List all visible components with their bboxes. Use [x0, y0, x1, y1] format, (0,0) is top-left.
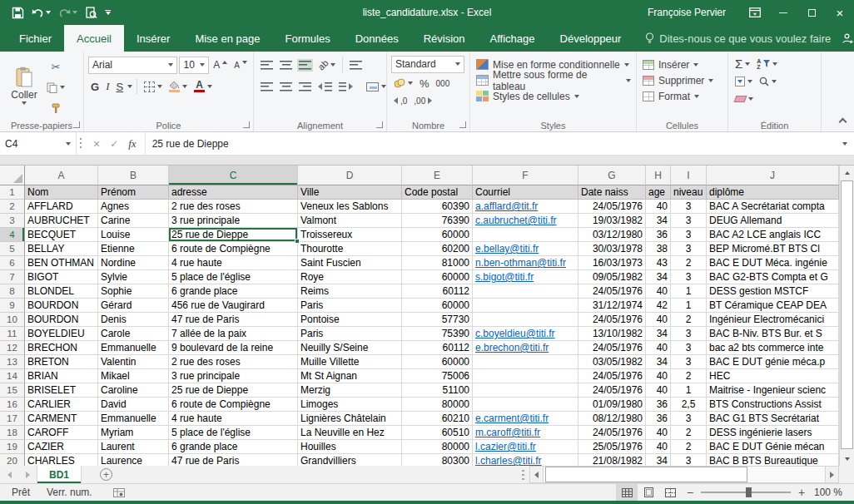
cell-E18[interactable]: 60510 — [402, 426, 473, 440]
row-header-2[interactable]: 2 — [0, 200, 25, 214]
orientation-icon[interactable]: ab — [315, 56, 338, 74]
cell-B18[interactable]: Myriam — [98, 426, 169, 440]
cell-B9[interactable]: Gérard — [98, 299, 169, 313]
next-sheet-icon[interactable] — [18, 466, 37, 483]
merge-center-icon[interactable] — [364, 77, 389, 96]
cell-A20[interactable]: CHARLES — [25, 454, 98, 466]
cell-J14[interactable]: HEC — [707, 369, 839, 383]
cell-D9[interactable]: Paris — [298, 299, 402, 313]
cell-D7[interactable]: Roye — [298, 270, 402, 284]
cell-J13[interactable]: BAC E DUT génie méca.p — [707, 355, 839, 369]
formula-input[interactable]: 25 rue de Dieppe — [146, 132, 836, 155]
zoom-slider[interactable] — [701, 492, 791, 493]
cell-C9[interactable]: 456 rue de Vaugirard — [169, 299, 298, 313]
cell-E2[interactable]: 60390 — [402, 200, 473, 214]
cell-H3[interactable]: 34 — [646, 214, 671, 228]
fill-down-icon[interactable] — [732, 72, 755, 91]
italic-button[interactable]: I — [103, 77, 112, 96]
row-header-1[interactable]: 1 — [0, 185, 25, 200]
cell-I20[interactable]: 3 — [671, 454, 707, 466]
maximize-button[interactable] — [797, 0, 826, 25]
cell-I1[interactable]: niveau — [671, 185, 707, 200]
column-header-F[interactable]: F — [473, 166, 578, 185]
borders-icon[interactable] — [142, 77, 165, 96]
cell-I13[interactable]: 3 — [671, 355, 707, 369]
cell-J19[interactable]: BAC E DUT Génie mécan — [707, 440, 839, 454]
page-layout-view-icon[interactable] — [638, 484, 659, 501]
cell-G17[interactable]: 08/12/1980 — [578, 412, 646, 426]
decrease-indent-icon[interactable] — [315, 77, 335, 96]
cell-A14[interactable]: BRIAN — [25, 369, 98, 383]
cell-H4[interactable]: 36 — [646, 228, 671, 242]
save-icon[interactable] — [12, 7, 24, 19]
cell-J3[interactable]: DEUG Allemand — [707, 214, 839, 228]
cell-G5[interactable]: 30/03/1978 — [578, 242, 646, 256]
number-format-select[interactable]: Standard — [391, 56, 464, 73]
cell-C2[interactable]: 2 rue des roses — [169, 200, 298, 214]
cell-I7[interactable]: 3 — [671, 270, 707, 284]
cell-D11[interactable]: Paris — [298, 327, 402, 341]
cell-B11[interactable]: Carole — [98, 327, 169, 341]
cell-G12[interactable]: 24/05/1976 — [578, 341, 646, 355]
cell-D14[interactable]: Mt St Aignan — [298, 369, 402, 383]
cell-B8[interactable]: Sophie — [98, 284, 169, 299]
cell-B2[interactable]: Agnes — [98, 200, 169, 214]
cell-F18[interactable]: m.caroff@titi.fr — [473, 426, 578, 440]
format-painter-icon[interactable] — [44, 99, 67, 117]
cell-D5[interactable]: Thourotte — [298, 242, 402, 256]
normal-view-icon[interactable] — [616, 484, 638, 501]
alignment-dialog-launcher[interactable] — [376, 121, 383, 128]
cell-A15[interactable]: BRISELET — [25, 383, 98, 398]
column-header-J[interactable]: J — [707, 166, 839, 185]
vertical-scrollbar[interactable] — [839, 166, 854, 466]
zoom-out-icon[interactable]: − — [681, 486, 699, 499]
row-header-13[interactable]: 13 — [0, 355, 25, 369]
email-link-F17[interactable]: e.carment@titi.fr — [475, 413, 549, 424]
align-bottom-icon[interactable] — [296, 56, 314, 74]
cell-A11[interactable]: BOYELDIEU — [25, 327, 98, 341]
cell-C14[interactable]: 3 rue principale — [169, 369, 298, 383]
cell-B1[interactable]: Prénom — [98, 185, 169, 200]
cell-D1[interactable]: Ville — [298, 185, 402, 200]
cell-H2[interactable]: 40 — [646, 200, 671, 214]
cell-F12[interactable]: e.brechon@titi.fr — [473, 341, 578, 355]
cell-J2[interactable]: BAC A Secrétariat compta — [707, 200, 839, 214]
column-header-G[interactable]: G — [578, 166, 646, 185]
cell-E20[interactable]: 80300 — [402, 454, 473, 466]
increase-decimal-icon[interactable]: ,0 — [391, 91, 410, 110]
cell-C1[interactable]: adresse — [169, 185, 298, 200]
cell-J8[interactable]: DESS gestion MSTCF — [707, 284, 839, 299]
cell-C16[interactable]: 6 route de Compiègne — [169, 398, 298, 412]
cell-G15[interactable]: 24/05/1976 — [578, 383, 646, 398]
fill-handle[interactable] — [295, 239, 300, 244]
zoom-level[interactable]: 100 % — [811, 487, 854, 498]
cell-B17[interactable]: Emmanuelle — [98, 412, 169, 426]
page-break-view-icon[interactable] — [659, 484, 681, 501]
cell-G1[interactable]: Date naiss — [578, 185, 646, 200]
cell-F1[interactable]: Courriel — [473, 185, 578, 200]
scroll-down-icon[interactable] — [840, 452, 854, 466]
row-header-4[interactable]: 4 — [0, 228, 25, 242]
cell-G18[interactable]: 24/05/1976 — [578, 426, 646, 440]
cell-D16[interactable]: Limoges — [298, 398, 402, 412]
row-header-18[interactable]: 18 — [0, 426, 25, 440]
cell-A2[interactable]: AFFLARD — [25, 200, 98, 214]
font-color-icon[interactable]: A — [191, 77, 215, 96]
cell-D10[interactable]: Pontoise — [298, 313, 402, 327]
tab-données[interactable]: Données — [343, 25, 411, 52]
cell-F9[interactable] — [473, 299, 578, 313]
email-link-F7[interactable]: s.bigot@titi.fr — [475, 271, 534, 283]
cell-B10[interactable]: Denis — [98, 313, 169, 327]
cell-F13[interactable] — [473, 355, 578, 369]
cell-I6[interactable]: 2 — [671, 256, 707, 270]
accounting-format-icon[interactable] — [391, 74, 415, 92]
close-button[interactable]: × — [826, 0, 854, 25]
scrollbar-resize-handle[interactable] — [522, 470, 524, 480]
cell-H16[interactable]: 36 — [646, 398, 671, 412]
tab-mise-en-page[interactable]: Mise en page — [182, 25, 272, 52]
cell-B12[interactable]: Emmanuelle — [98, 341, 169, 355]
cell-I9[interactable]: 1 — [671, 299, 707, 313]
cell-C19[interactable]: 6 grande place — [169, 440, 298, 454]
zoom-in-icon[interactable]: + — [792, 486, 811, 499]
cell-E14[interactable]: 75006 — [402, 369, 473, 383]
